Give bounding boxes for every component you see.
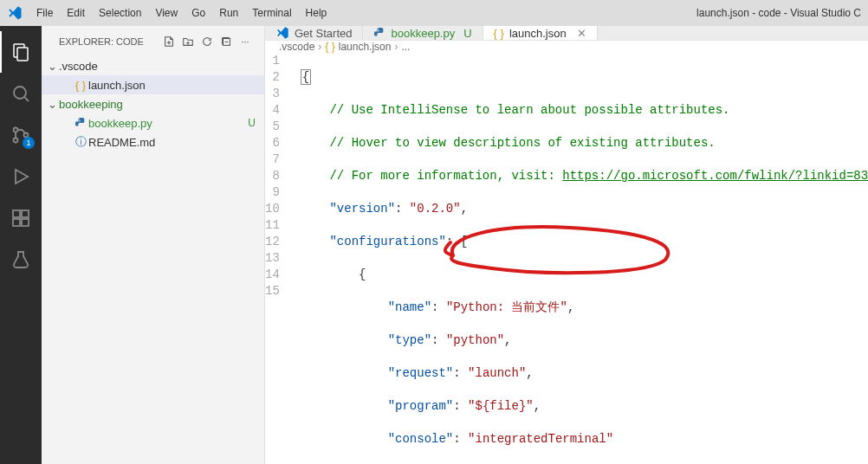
tree-label: .vscode (59, 60, 256, 73)
svg-point-4 (14, 128, 18, 132)
svg-marker-7 (16, 170, 28, 184)
more-icon[interactable]: ··· (236, 33, 254, 50)
activity-source-control-icon[interactable]: 1 (0, 114, 42, 156)
menu-terminal[interactable]: Terminal (245, 7, 298, 19)
svg-rect-10 (13, 219, 20, 226)
activity-explorer-icon[interactable] (0, 31, 42, 73)
menu-help[interactable]: Help (299, 7, 334, 19)
braces-icon: { } (325, 41, 334, 53)
tab-launch-json[interactable]: { } launch.json ✕ (483, 26, 598, 40)
menu-edit[interactable]: Edit (60, 7, 92, 19)
collapse-all-icon[interactable] (217, 33, 235, 50)
chevron-right-icon: › (394, 41, 398, 53)
explorer-sidebar: EXPLORER: CODE ··· ⌄ .vscode { } launch.… (42, 26, 265, 464)
menu-go[interactable]: Go (185, 7, 212, 19)
vscode-icon (275, 26, 289, 40)
red-circle-annotation (367, 209, 683, 299)
svg-rect-1 (17, 48, 28, 61)
activity-extensions-icon[interactable] (0, 197, 42, 239)
breadcrumb-item[interactable]: ... (401, 41, 410, 53)
breadcrumb[interactable]: .vscode › { } launch.json › ... (265, 41, 868, 53)
title-bar: File Edit Selection View Go Run Terminal… (0, 0, 868, 26)
chevron-down-icon: ⌄ (45, 60, 59, 73)
tree-label: launch.json (88, 79, 256, 92)
explorer-header: EXPLORER: CODE ··· (42, 26, 264, 56)
tree-folder-bookkeeping[interactable]: ⌄ bookkeeping (42, 94, 264, 113)
tree-label: bookkeep.py (88, 117, 243, 130)
svg-rect-11 (22, 219, 29, 226)
python-icon (373, 27, 385, 39)
code-editor[interactable]: 123456789101112131415 { // Use IntelliSe… (265, 53, 868, 464)
menu-run[interactable]: Run (212, 7, 245, 19)
git-status: U (463, 27, 471, 40)
tree-folder-vscode[interactable]: ⌄ .vscode (42, 56, 264, 75)
editor-area: Get Started bookkeep.py U { } launch.jso… (265, 26, 868, 464)
svg-point-13 (79, 119, 80, 119)
explorer-header-label: EXPLORER: CODE (59, 36, 159, 47)
tree-file-launch-json[interactable]: { } launch.json (42, 75, 264, 94)
close-icon[interactable]: ✕ (577, 27, 586, 40)
vscode-logo-icon (7, 5, 23, 21)
svg-line-3 (24, 97, 29, 101)
chevron-down-icon: ⌄ (45, 98, 59, 111)
window-title: launch.json - code - Visual Studio C (696, 7, 861, 19)
tree-file-bookkeep-py[interactable]: bookkeep.py U (42, 113, 264, 132)
menu-file[interactable]: File (29, 7, 60, 19)
tab-get-started[interactable]: Get Started (265, 26, 363, 40)
refresh-icon[interactable] (198, 33, 216, 50)
file-tree: ⌄ .vscode { } launch.json ⌄ bookkeeping … (42, 56, 264, 151)
chevron-right-icon: › (318, 41, 321, 53)
activity-bar: 1 (0, 26, 42, 464)
new-folder-icon[interactable] (179, 33, 197, 50)
menu-selection[interactable]: Selection (92, 7, 148, 19)
braces-icon: { } (73, 79, 88, 92)
activity-run-debug-icon[interactable] (0, 156, 42, 197)
line-gutter: 123456789101112131415 (265, 53, 294, 464)
svg-point-14 (378, 29, 379, 29)
tab-label: bookkeep.py (391, 27, 455, 40)
git-status: U (243, 117, 256, 129)
source-control-badge: 1 (23, 137, 35, 149)
tab-label: launch.json (509, 27, 567, 40)
python-icon (73, 117, 88, 129)
info-icon: ⓘ (73, 134, 88, 150)
code-content[interactable]: { // Use IntelliSense to learn about pos… (294, 53, 868, 464)
tree-label: bookkeeping (59, 98, 250, 111)
tree-file-readme[interactable]: ⓘ README.md (42, 132, 264, 151)
breadcrumb-item[interactable]: .vscode (279, 41, 314, 53)
svg-rect-8 (13, 210, 20, 217)
svg-point-5 (14, 139, 18, 143)
activity-testing-icon[interactable] (0, 239, 42, 280)
editor-tabs: Get Started bookkeep.py U { } launch.jso… (265, 26, 868, 41)
tab-bookkeep-py[interactable]: bookkeep.py U (363, 26, 483, 40)
new-file-icon[interactable] (160, 33, 178, 50)
breadcrumb-item[interactable]: launch.json (339, 41, 392, 53)
tree-label: README.md (88, 136, 256, 149)
tab-label: Get Started (295, 27, 352, 40)
svg-point-2 (14, 87, 26, 99)
braces-icon: { } (494, 27, 504, 40)
activity-search-icon[interactable] (0, 73, 42, 114)
svg-rect-9 (22, 210, 29, 217)
menu-view[interactable]: View (148, 7, 185, 19)
